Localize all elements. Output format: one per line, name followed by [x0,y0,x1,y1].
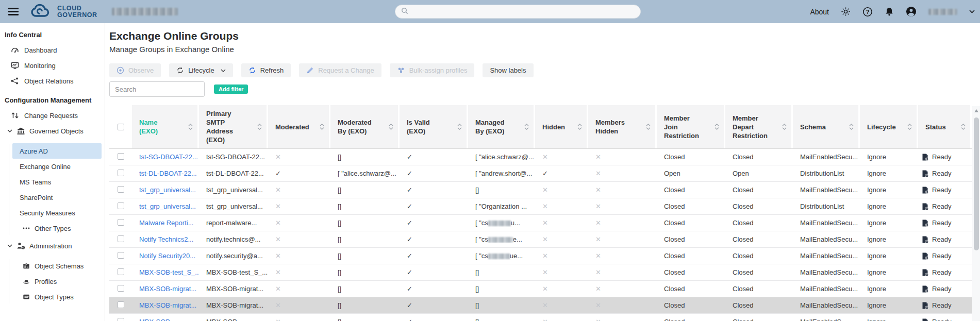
help-icon[interactable]: ? [862,7,873,17]
sidebar-item-azure-ad[interactable]: Azure AD [12,143,102,159]
sort-icon[interactable] [782,123,787,130]
sort-icon[interactable] [457,123,462,130]
table-row[interactable]: tst_grp_universal...tst_grp_universal...… [109,198,972,215]
column-header-managed-by[interactable]: Managed By (EXO) [468,105,534,148]
user-menu-chevron-down-icon[interactable] [969,10,975,13]
sort-icon[interactable] [388,123,394,130]
table-row[interactable]: Notify Technics2...notify.technics@...✕[… [109,231,972,248]
sort-icon[interactable] [319,123,325,130]
sort-icon[interactable] [577,123,583,130]
column-header-member-depart-restriction[interactable]: Member Depart Restriction [725,105,791,148]
sort-icon[interactable] [645,123,651,130]
about-link[interactable]: About [810,8,829,16]
sort-icon[interactable] [257,123,262,130]
status-document-icon [921,268,929,277]
sidebar-item-ms-teams[interactable]: MS Teams [0,174,105,190]
sort-icon[interactable] [907,123,912,130]
sort-icon[interactable] [960,123,966,130]
sort-icon[interactable] [849,123,854,130]
table-row[interactable]: MBX-SOB-migrat...MBX-SOB-migrat...✕[]✓[]… [109,297,972,314]
column-header-lifecycle[interactable]: Lifecycle [860,105,917,148]
row-checkbox[interactable] [118,153,124,160]
row-checkbox[interactable] [118,235,124,242]
group-name-link[interactable]: tst-DL-DBOAT-22... [139,170,197,177]
table-search-input[interactable] [109,81,205,97]
column-header-moderated[interactable]: Moderated [268,105,329,148]
sidebar-item-object-schemas[interactable]: Object Schemas [0,258,105,274]
group-name-link[interactable]: Notify Security20... [139,252,195,260]
sidebar-item-dashboard[interactable]: Dashboard [0,42,105,58]
column-header-member-join-restriction[interactable]: Member Join Restriction [657,105,724,148]
sidebar-item-other-types[interactable]: Other Types [0,221,105,236]
cell-lifecycle: Ignore [860,202,918,210]
observe-button[interactable]: Observe [109,63,161,77]
column-header-schema[interactable]: Schema [793,105,858,148]
row-checkbox[interactable] [118,170,124,176]
group-name-link[interactable]: Malware Reporti... [139,219,193,227]
table-row[interactable]: Notify Security20...notify.security@a...… [109,248,972,264]
column-header-name[interactable]: Name (EXO) [132,105,197,148]
sidebar-item-administration[interactable]: Administration [0,238,105,254]
group-name-link[interactable]: MBX-SOB-migrat... [139,301,196,309]
table-row[interactable]: tst-SG-DBOAT-22...tst-SG-DBOAT-22...✕[]✓… [109,149,972,165]
group-name-link[interactable]: MBX-SOB-migrat... [139,285,196,293]
sidebar-item-object-types[interactable]: Object Types [0,289,105,305]
global-search[interactable] [395,5,641,19]
status-label: Ready [932,186,952,194]
column-header-status[interactable]: Status [918,105,970,148]
notifications-bell-icon[interactable] [885,7,894,16]
row-checkbox[interactable] [118,268,124,275]
sidebar-item-monitoring[interactable]: Monitoring [0,58,105,73]
sidebar-item-security-measures[interactable]: Security Measures [0,205,105,221]
column-header-members-hidden[interactable]: Members Hidden [588,105,655,148]
add-filter-button[interactable]: Add filter [214,85,248,94]
group-name-link[interactable]: Notify Technics2... [139,235,193,243]
column-header-is-valid[interactable]: Is Valid (EXO) [400,105,467,148]
cell-lifecycle: Ignore [860,235,918,243]
row-checkbox[interactable] [118,285,124,292]
column-header-smtp[interactable]: Primary SMTP Address (EXO) [199,105,267,148]
cell-schema: MailEnabledSecu... [793,186,860,194]
sort-icon[interactable] [524,123,529,130]
table-row[interactable]: MBX-SOB-migrat...MBX-SOB-migrat...✕[]✓[]… [109,281,972,297]
request-a-change-button[interactable]: Request a Change [299,63,381,77]
sort-icon[interactable] [714,123,720,130]
column-header-moderated-by[interactable]: Moderated By (EXO) [330,105,398,148]
user-avatar-icon[interactable] [906,6,917,17]
row-checkbox[interactable] [118,186,124,193]
select-all-checkbox[interactable] [118,124,124,130]
sidebar-item-profiles[interactable]: Profiles [0,274,105,289]
sort-icon[interactable] [188,123,193,130]
theme-brightness-icon[interactable] [841,7,851,16]
group-name-link[interactable]: tst_grp_universal... [139,202,196,210]
scrollbar-thumb[interactable] [974,117,979,250]
group-name-link[interactable]: tst_grp_universal... [139,186,196,194]
group-name-link[interactable]: tst-SG-DBOAT-22... [139,153,198,161]
table-row[interactable]: tst-DL-DBOAT-22...tst-DL-DBOAT-22...✓[ "… [109,165,972,182]
scrollbar-up-arrow[interactable] [974,109,978,112]
group-name-link[interactable]: MBX-SOB-test_S_... [139,268,199,276]
group-name-link[interactable]: MBX-SOB... [139,318,176,321]
column-header-hidden[interactable]: Hidden [535,105,587,148]
table-row[interactable]: MBX-SOB-test_S_...MBX-SOB-test_S_...✕[]✓… [109,264,972,281]
table-row[interactable]: Malware Reporti...report-malware...✕[]✓[… [109,215,972,231]
global-search-input[interactable] [412,8,640,15]
bulk-assign-profiles-button[interactable]: Bulk-assign profiles [390,63,475,77]
table-row[interactable]: tst_grp_universal...tst_grp_universal...… [109,182,972,198]
row-checkbox[interactable] [118,252,124,259]
sidebar-item-change-requests[interactable]: Change Requests [0,108,105,123]
row-select-cell [109,318,132,321]
sidebar-item-governed-objects[interactable]: Governed Objects [0,123,105,139]
refresh-button[interactable]: Refresh [241,63,291,77]
sidebar-item-exchange-online[interactable]: Exchange Online [0,159,105,174]
lifecycle-button[interactable]: Lifecycle [169,63,233,77]
row-checkbox[interactable] [118,301,124,308]
sidebar-item-object-relations[interactable]: Object Relations [0,73,105,89]
row-checkbox[interactable] [118,202,124,209]
sidebar-item-sharepoint[interactable]: SharePoint [0,190,105,205]
show-labels-button[interactable]: Show labels [483,63,533,77]
row-checkbox[interactable] [118,219,124,226]
hamburger-menu-icon[interactable] [8,6,19,18]
table-row[interactable]: MBX-SOB...MBX-SOB...✕[]✓[]✕✕ClosedClosed… [109,314,972,321]
row-checkbox[interactable] [118,318,124,321]
